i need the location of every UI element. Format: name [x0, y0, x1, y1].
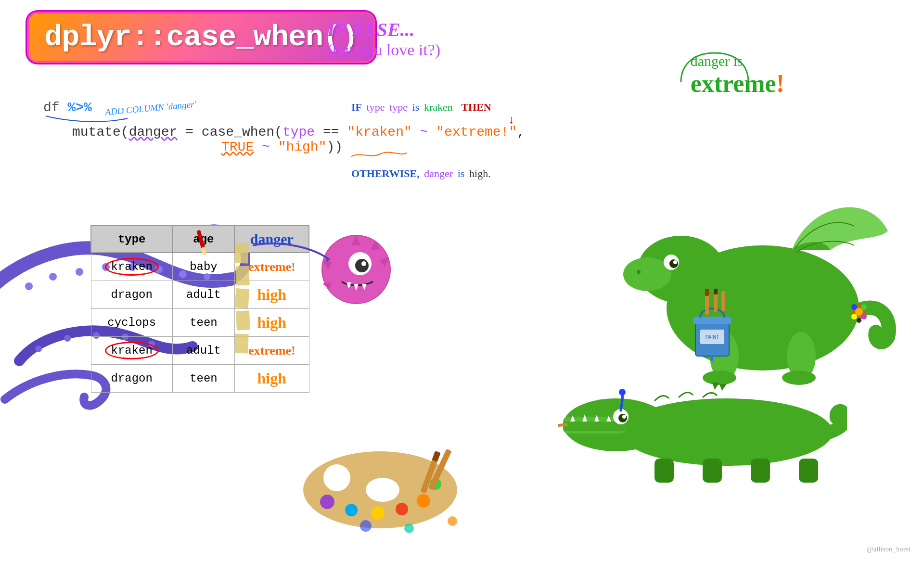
cell-type-5: dragon — [91, 365, 172, 393]
svg-rect-88 — [714, 289, 718, 294]
svg-point-21 — [355, 259, 369, 272]
sticky-note-5 — [234, 334, 248, 354]
subtitle-area: IF ELSE... (but you love it?) — [327, 18, 440, 59]
cell-type-4: kraken — [91, 337, 172, 365]
high-val-2: high — [257, 286, 286, 303]
svg-point-76 — [448, 516, 457, 526]
svg-point-72 — [366, 478, 399, 502]
is-word: is — [412, 101, 420, 113]
svg-point-31 — [673, 260, 677, 264]
kraken-circled-2: kraken — [105, 342, 159, 359]
col-header-type: type — [91, 226, 172, 253]
svg-point-1 — [49, 273, 57, 281]
high-val-5: high — [257, 370, 286, 387]
code-text-mutate: mutate(danger = case_when(type == "krake… — [72, 125, 525, 140]
main-title: dplyr::case_when() — [44, 20, 358, 54]
cell-age-2: adult — [172, 281, 234, 309]
cell-type-1: kraken — [91, 253, 172, 281]
title-box: dplyr::case_when() — [29, 13, 373, 61]
cell-danger-5: high — [234, 365, 309, 393]
cell-age-3: teen — [172, 309, 234, 337]
code-line3: TRUE ~ "high")) — [43, 140, 525, 154]
table-row: kraken adult extreme! — [91, 337, 309, 365]
svg-rect-59 — [703, 459, 722, 483]
svg-rect-89 — [721, 291, 725, 311]
svg-rect-60 — [751, 459, 770, 483]
code-text-true: TRUE ~ "high")) — [221, 140, 343, 154]
df-underline-curve — [43, 114, 130, 128]
cell-age-5: teen — [172, 365, 234, 393]
svg-rect-49 — [563, 422, 626, 431]
svg-point-78 — [404, 524, 414, 533]
then-arrow: ↓ — [508, 114, 514, 127]
svg-point-65 — [323, 464, 350, 491]
column-arrow-svg — [253, 236, 349, 274]
svg-point-2 — [76, 268, 83, 276]
svg-point-45 — [857, 318, 861, 323]
subtitle-line1: IF ELSE... — [327, 18, 440, 41]
danger-word-ann: danger — [424, 167, 453, 179]
table-row: cyclops teen high — [91, 309, 309, 337]
subtitle-line2: (but you love it?) — [327, 41, 440, 59]
svg-point-67 — [345, 504, 358, 516]
svg-rect-74 — [432, 451, 440, 462]
danger-extreme-annotation: danger is extreme! — [691, 53, 784, 98]
svg-point-57 — [619, 389, 626, 396]
svg-point-68 — [371, 506, 385, 520]
cell-age-1: baby — [172, 253, 234, 281]
is-word-ann: is — [458, 167, 465, 179]
type-word-val: type — [389, 101, 408, 113]
svg-point-56 — [622, 415, 626, 419]
brace-svg — [676, 48, 763, 87]
svg-text:PAINT: PAINT — [706, 334, 719, 340]
cell-age-4: adult — [172, 337, 234, 365]
svg-point-55 — [618, 414, 627, 422]
true-underline-svg — [351, 149, 409, 159]
table-row: dragon adult high — [91, 281, 309, 309]
pipe-operator: %>% — [67, 100, 91, 115]
svg-rect-81 — [693, 317, 732, 324]
svg-point-42 — [851, 304, 857, 310]
sticky-note-2 — [235, 266, 249, 286]
kraken-word: kraken — [424, 101, 453, 113]
sticky-note-4 — [236, 310, 250, 330]
brush-tips — [700, 289, 729, 318]
svg-point-43 — [861, 314, 867, 319]
attribution: @allison_horst — [867, 545, 911, 553]
svg-rect-61 — [799, 459, 818, 483]
paint-palette-illustration — [298, 427, 462, 533]
if-word: IF — [351, 101, 362, 113]
cell-type-3: cyclops — [91, 309, 172, 337]
sticky-note-3 — [235, 288, 250, 308]
svg-rect-86 — [705, 289, 709, 296]
type-word: type — [367, 101, 385, 113]
then-word: THEN — [461, 101, 491, 113]
df-keyword: df — [43, 100, 67, 115]
svg-point-9 — [64, 335, 71, 342]
svg-point-69 — [396, 503, 408, 515]
svg-point-0 — [25, 282, 33, 290]
crocodile-illustration — [558, 345, 847, 490]
svg-point-30 — [669, 259, 678, 268]
svg-point-66 — [320, 495, 334, 509]
sticky-note-1 — [234, 243, 249, 263]
table-row: dragon teen high — [91, 365, 309, 393]
svg-point-41 — [861, 304, 867, 310]
otherwise-annotation: OTHERWISE, danger is high. — [351, 167, 491, 180]
svg-point-22 — [361, 261, 366, 266]
svg-rect-58 — [654, 459, 674, 483]
high-word-ann: high. — [469, 167, 491, 179]
svg-point-8 — [35, 345, 42, 352]
otherwise-word: OTHERWISE, — [351, 167, 420, 179]
high-val-3: high — [257, 314, 286, 331]
svg-point-40 — [855, 308, 863, 316]
svg-point-32 — [637, 270, 641, 274]
kraken-circled-1: kraken — [105, 258, 159, 276]
svg-point-44 — [851, 314, 857, 319]
if-annotation: IF type type is kraken THEN — [351, 101, 491, 114]
extreme-val-2: extreme! — [248, 344, 295, 358]
svg-point-77 — [360, 520, 372, 532]
svg-point-70 — [417, 494, 430, 508]
cell-type-2: dragon — [91, 281, 172, 309]
